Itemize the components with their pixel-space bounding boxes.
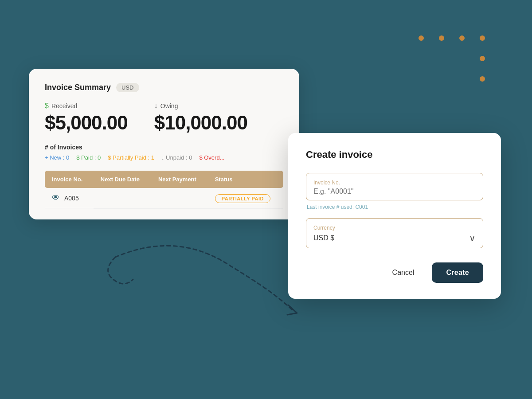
invoices-label: # of Invoices xyxy=(45,144,283,151)
create-invoice-modal: Create invoice Invoice No. Last invoice … xyxy=(288,133,501,299)
invoice-summary-card: Invoice Summary USD $ Received $5,000.00… xyxy=(29,69,299,219)
modal-actions: Cancel Create xyxy=(306,262,483,283)
received-label: $ Received xyxy=(45,102,128,110)
currency-select-wrapper[interactable]: USD $ ∨ xyxy=(313,233,476,243)
received-amount: $5,000.00 xyxy=(45,112,128,134)
last-invoice-hint: Last invoice # used: C001 xyxy=(307,204,483,210)
card-header: Invoice Summary USD xyxy=(45,83,283,92)
status-badge: PARTIALLY PAID xyxy=(215,194,270,203)
invoice-no-field: Invoice No. xyxy=(306,173,483,200)
currency-badge: USD xyxy=(116,83,139,92)
payment-cell xyxy=(151,188,208,208)
owing-block: ↓ Owing $10,000.00 xyxy=(154,102,247,134)
col-due-date: Next Due Date xyxy=(94,171,151,188)
cancel-button[interactable]: Cancel xyxy=(385,264,422,281)
currency-label: Currency xyxy=(313,225,476,231)
currency-value: USD $ xyxy=(313,234,334,242)
invoice-table: Invoice No. Next Due Date Next Payment S… xyxy=(45,171,283,209)
dot xyxy=(480,35,485,41)
owing-label: ↓ Owing xyxy=(154,102,247,110)
invoice-no-group: Invoice No. Last invoice # used: C001 xyxy=(306,173,483,210)
dot xyxy=(480,56,485,61)
currency-field[interactable]: Currency USD $ ∨ xyxy=(306,218,483,248)
dot xyxy=(480,76,485,82)
col-payment: Next Payment xyxy=(151,171,208,188)
card-title: Invoice Summary xyxy=(45,83,111,92)
decorative-dots xyxy=(419,35,488,84)
invoices-section: # of Invoices + New : 0 $ Paid : 0 $ Par… xyxy=(45,144,283,161)
dot xyxy=(439,35,444,41)
dot xyxy=(459,35,465,41)
dashed-arrow xyxy=(89,222,310,319)
create-button[interactable]: Create xyxy=(432,262,483,283)
dot xyxy=(419,35,424,41)
stat-paid: $ Paid : 0 xyxy=(76,154,101,161)
view-icon[interactable]: 👁 xyxy=(52,193,60,203)
modal-title: Create invoice xyxy=(306,149,483,160)
status-cell: PARTIALLY PAID xyxy=(208,188,283,208)
table-header-row: Invoice No. Next Due Date Next Payment S… xyxy=(45,171,283,188)
owing-icon: ↓ xyxy=(154,102,158,110)
invoice-stats: + New : 0 $ Paid : 0 $ Partially Paid : … xyxy=(45,154,283,161)
table-row: 👁 A005 PARTIALLY PAID xyxy=(45,188,283,208)
chevron-down-icon: ∨ xyxy=(469,233,476,243)
invoice-no-input[interactable] xyxy=(313,188,476,196)
col-invoice-no: Invoice No. xyxy=(45,171,94,188)
amounts-row: $ Received $5,000.00 ↓ Owing $10,000.00 xyxy=(45,102,283,134)
due-date-cell xyxy=(94,188,151,208)
owing-amount: $10,000.00 xyxy=(154,112,247,134)
received-icon: $ xyxy=(45,102,49,110)
currency-group: Currency USD $ ∨ xyxy=(306,218,483,248)
invoice-id-cell: 👁 A005 xyxy=(45,188,94,208)
invoice-id: A005 xyxy=(64,195,79,202)
stat-unpaid: ↓ Unpaid : 0 xyxy=(161,154,192,161)
invoice-no-label: Invoice No. xyxy=(313,180,476,186)
stat-new: + New : 0 xyxy=(45,154,69,161)
stat-partially-paid: $ Partially Paid : 1 xyxy=(108,154,154,161)
col-status: Status xyxy=(208,171,283,188)
received-block: $ Received $5,000.00 xyxy=(45,102,128,134)
stat-overdue: $ Overd... xyxy=(199,154,224,161)
